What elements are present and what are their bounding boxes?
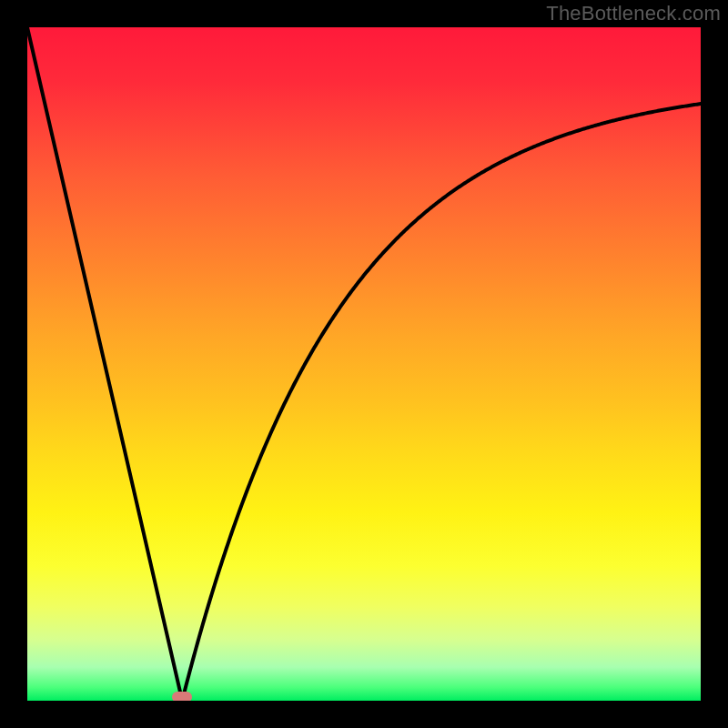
- chart-container: TheBottleneck.com: [0, 0, 728, 728]
- bottleneck-curve: [27, 27, 701, 701]
- minimum-marker: [172, 692, 192, 701]
- attribution-label: TheBottleneck.com: [546, 2, 721, 25]
- plot-area: [27, 27, 701, 701]
